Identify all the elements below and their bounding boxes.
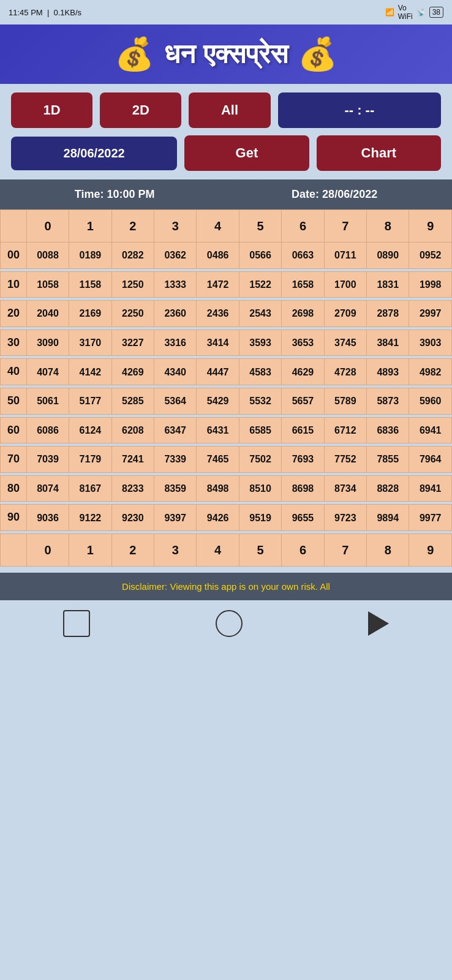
data-cell: 1158 bbox=[69, 271, 111, 298]
btn-1d[interactable]: 1D bbox=[11, 92, 92, 128]
data-cell: 7502 bbox=[239, 447, 281, 473]
nav-square-button[interactable] bbox=[63, 610, 90, 637]
controls-row-1: 1D 2D All -- : -- bbox=[11, 92, 441, 128]
row-label: 30 bbox=[1, 330, 27, 356]
data-cell: 2040 bbox=[26, 301, 69, 327]
controls-row-2: 28/06/2022 Get Chart bbox=[11, 135, 441, 171]
data-cell: 9036 bbox=[26, 505, 69, 531]
col-header-6: 6 bbox=[282, 210, 324, 243]
empty-bottom-cell bbox=[1, 533, 27, 566]
status-time-speed: 11:45 PM | 0.1KB/s bbox=[9, 8, 81, 17]
data-cell: 3653 bbox=[282, 330, 324, 356]
data-cell: 5177 bbox=[69, 388, 111, 414]
data-cell: 2169 bbox=[69, 301, 111, 327]
status-bar: 11:45 PM | 0.1KB/s 📶 VoWiFi 📡 38 bbox=[0, 0, 452, 24]
col-header-7: 7 bbox=[324, 210, 366, 243]
col-footer-0: 0 bbox=[26, 533, 69, 566]
data-cell: 1658 bbox=[282, 271, 324, 298]
data-cell: 0711 bbox=[324, 243, 366, 269]
data-cell: 8698 bbox=[282, 475, 324, 502]
data-cell: 0088 bbox=[26, 243, 69, 269]
table-date: Date: 28/06/2022 bbox=[292, 188, 377, 201]
nav-circle-button[interactable] bbox=[216, 610, 243, 637]
data-cell: 3745 bbox=[324, 330, 366, 356]
data-cell: 6585 bbox=[239, 417, 281, 443]
col-footer-8: 8 bbox=[367, 533, 409, 566]
data-cell: 5285 bbox=[111, 388, 154, 414]
data-cell: 1700 bbox=[324, 271, 366, 298]
col-footer-7: 7 bbox=[324, 533, 366, 566]
data-cell: 0890 bbox=[367, 243, 409, 269]
status-right: 📶 VoWiFi 📡 38 bbox=[385, 4, 443, 21]
data-cell: 9977 bbox=[409, 505, 452, 531]
data-cell: 4074 bbox=[26, 359, 69, 385]
data-cell: 4340 bbox=[154, 359, 197, 385]
data-cell: 8941 bbox=[409, 475, 452, 502]
data-cell: 6208 bbox=[111, 417, 154, 443]
data-cell: 8167 bbox=[69, 475, 111, 502]
row-label: 10 bbox=[1, 271, 27, 298]
col-footer-5: 5 bbox=[239, 533, 281, 566]
row-label: 70 bbox=[1, 447, 27, 473]
btn-all[interactable]: All bbox=[189, 92, 270, 128]
data-cell: 4583 bbox=[239, 359, 281, 385]
col-header-1: 1 bbox=[69, 210, 111, 243]
table-row: 0000880189028203620486056606630711089009… bbox=[1, 243, 452, 269]
app-header: 💰 धन एक्सप्रेस 💰 bbox=[0, 24, 452, 84]
row-label: 40 bbox=[1, 359, 27, 385]
col-header-2: 2 bbox=[111, 210, 154, 243]
table-header-bar: Time: 10:00 PM Date: 28/06/2022 bbox=[0, 179, 452, 209]
data-cell: 3841 bbox=[367, 330, 409, 356]
table-row: 1010581158125013331472152216581700183119… bbox=[1, 271, 452, 298]
btn-get[interactable]: Get bbox=[184, 135, 309, 171]
table-time: Time: 10:00 PM bbox=[75, 188, 155, 201]
data-cell: 0189 bbox=[69, 243, 111, 269]
data-cell: 8828 bbox=[367, 475, 409, 502]
data-cell: 1831 bbox=[367, 271, 409, 298]
data-cell: 4893 bbox=[367, 359, 409, 385]
wifi-icon: VoWiFi bbox=[398, 4, 413, 21]
col-footer-3: 3 bbox=[154, 533, 197, 566]
nav-back-button[interactable] bbox=[368, 611, 389, 636]
data-cell: 6431 bbox=[197, 417, 239, 443]
data-cell: 9655 bbox=[282, 505, 324, 531]
data-cell: 9230 bbox=[111, 505, 154, 531]
data-cell: 7241 bbox=[111, 447, 154, 473]
data-cell: 3593 bbox=[239, 330, 281, 356]
battery-level: 38 bbox=[432, 8, 440, 17]
data-cell: 2878 bbox=[367, 301, 409, 327]
data-cell: 8510 bbox=[239, 475, 281, 502]
data-cell: 5657 bbox=[282, 388, 324, 414]
app-title: धन एक्सप्रेस bbox=[164, 39, 287, 70]
data-cell: 4982 bbox=[409, 359, 452, 385]
col-footer-4: 4 bbox=[197, 533, 239, 566]
row-label: 00 bbox=[1, 243, 27, 269]
col-footer-2: 2 bbox=[111, 533, 154, 566]
btn-2d[interactable]: 2D bbox=[100, 92, 181, 128]
data-cell: 4269 bbox=[111, 359, 154, 385]
data-cell: 8359 bbox=[154, 475, 197, 502]
data-cell: 3227 bbox=[111, 330, 154, 356]
data-cell: 0952 bbox=[409, 243, 452, 269]
col-header-0: 0 bbox=[26, 210, 69, 243]
table-row: 8080748167823383598498851086988734882889… bbox=[1, 475, 452, 502]
data-cell: 7039 bbox=[26, 447, 69, 473]
data-cell: 7179 bbox=[69, 447, 111, 473]
data-cell: 9519 bbox=[239, 505, 281, 531]
data-cell: 8734 bbox=[324, 475, 366, 502]
btn-date[interactable]: 28/06/2022 bbox=[11, 137, 177, 170]
data-cell: 5960 bbox=[409, 388, 452, 414]
data-table: 0 1 2 3 4 5 6 7 8 9 00008801890282036204… bbox=[0, 209, 452, 567]
row-label: 90 bbox=[1, 505, 27, 531]
data-cell: 1522 bbox=[239, 271, 281, 298]
btn-chart[interactable]: Chart bbox=[317, 135, 441, 171]
data-cell: 8233 bbox=[111, 475, 154, 502]
btn-time[interactable]: -- : -- bbox=[278, 92, 441, 128]
battery-indicator: 38 bbox=[429, 7, 443, 18]
data-cell: 2709 bbox=[324, 301, 366, 327]
col-header-3: 3 bbox=[154, 210, 197, 243]
row-label: 80 bbox=[1, 475, 27, 502]
data-cell: 7339 bbox=[154, 447, 197, 473]
data-cell: 5364 bbox=[154, 388, 197, 414]
row-label: 20 bbox=[1, 301, 27, 327]
